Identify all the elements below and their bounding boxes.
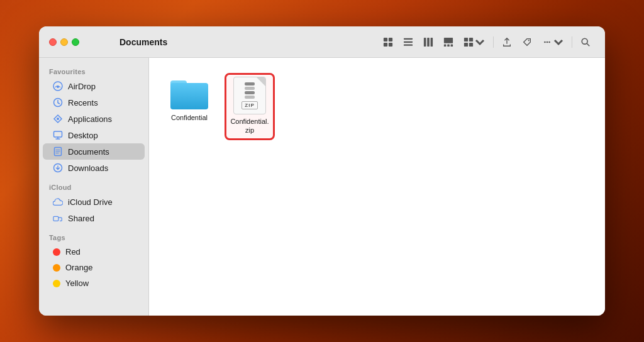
svg-rect-27 [54, 131, 62, 137]
zip-icon: ZIP [233, 77, 266, 114]
icloud-icon [53, 197, 63, 207]
svg-point-21 [548, 41, 550, 43]
sidebar-favourites: Favourites AirDrop [39, 65, 148, 176]
file-item-confidential-zip[interactable]: ZIP Confidential.zip [225, 73, 275, 140]
downloads-icon [53, 163, 63, 173]
svg-rect-2 [384, 42, 387, 46]
back-button[interactable] [92, 35, 99, 49]
svg-rect-6 [404, 44, 413, 45]
orange-tag-dot [53, 264, 60, 272]
sidebar-tags: Tags Red Orange Yellow [39, 231, 148, 291]
file-area[interactable]: Confidential ZIP Co [149, 58, 605, 316]
traffic-lights [49, 38, 79, 46]
folder-icon [170, 78, 208, 109]
toolbar-right [379, 35, 595, 50]
separator-2 [572, 36, 572, 48]
minimize-button[interactable] [60, 38, 68, 46]
zip-label: Confidential.zip [230, 117, 270, 135]
downloads-label: Downloads [68, 163, 108, 173]
svg-rect-3 [389, 42, 392, 46]
zip-stripe [245, 82, 255, 99]
documents-label: Documents [68, 147, 109, 157]
nav-buttons [92, 35, 109, 49]
tag-yellow-label: Yellow [65, 279, 89, 288]
red-tag-dot [53, 248, 60, 256]
svg-rect-7 [424, 37, 426, 46]
svg-point-19 [544, 41, 546, 43]
sidebar-item-tag-orange[interactable]: Orange [43, 260, 145, 275]
forward-button[interactable] [102, 35, 109, 49]
svg-rect-1 [389, 37, 392, 41]
yellow-tag-dot [53, 280, 60, 287]
sidebar-item-tag-yellow[interactable]: Yellow [43, 275, 145, 291]
svg-rect-4 [404, 38, 413, 39]
favourites-label: Favourites [39, 65, 148, 78]
view-list-button[interactable] [399, 35, 418, 50]
sidebar-item-downloads[interactable]: Downloads [43, 160, 145, 176]
svg-point-24 [57, 86, 59, 88]
sidebar-icloud: iCloud iCloud Drive [39, 181, 148, 226]
file-item-confidential-folder[interactable]: Confidential [164, 73, 214, 140]
svg-rect-8 [427, 37, 430, 46]
sidebar-item-applications[interactable]: Applications [43, 111, 145, 127]
applications-label: Applications [68, 114, 112, 124]
svg-rect-17 [469, 42, 473, 46]
view-more-button[interactable] [459, 35, 489, 50]
svg-rect-14 [464, 37, 468, 41]
finder-window: Documents [39, 26, 605, 316]
shared-label: Shared [68, 214, 94, 223]
search-button[interactable] [576, 35, 595, 50]
desktop-label: Desktop [68, 131, 98, 140]
svg-rect-9 [431, 37, 433, 46]
more-options-button[interactable] [538, 35, 568, 50]
separator-1 [493, 36, 494, 48]
sidebar: Favourites AirDrop [39, 58, 149, 316]
svg-rect-10 [444, 37, 453, 43]
svg-rect-30 [53, 216, 58, 221]
svg-point-26 [57, 118, 59, 120]
titlebar: Documents [39, 26, 605, 58]
window-title: Documents [119, 37, 167, 47]
desktop-icon [53, 130, 63, 140]
svg-rect-16 [464, 42, 468, 46]
tag-button[interactable] [518, 35, 536, 50]
svg-rect-15 [469, 37, 473, 41]
airdrop-icon [53, 81, 63, 91]
view-gallery-button[interactable] [439, 35, 458, 50]
maximize-button[interactable] [72, 38, 79, 46]
svg-rect-5 [404, 41, 413, 42]
sidebar-item-tag-red[interactable]: Red [43, 244, 145, 260]
shared-icon [53, 213, 63, 223]
svg-point-18 [528, 40, 530, 41]
svg-point-22 [582, 38, 587, 44]
tag-red-label: Red [65, 247, 80, 256]
airdrop-label: AirDrop [68, 82, 96, 91]
close-button[interactable] [49, 38, 57, 46]
tags-label: Tags [39, 231, 148, 244]
sidebar-item-desktop[interactable]: Desktop [43, 127, 145, 143]
sidebar-item-recents[interactable]: Recents [43, 94, 145, 111]
tag-orange-label: Orange [65, 263, 92, 272]
main-content: Favourites AirDrop [39, 58, 605, 316]
folder-label: Confidential [171, 113, 208, 122]
icloud-label: iCloud [39, 181, 148, 194]
zip-fold [257, 77, 265, 86]
svg-rect-13 [451, 44, 453, 47]
zip-icon-wrapper: ZIP [232, 78, 267, 113]
svg-rect-0 [384, 37, 387, 41]
sidebar-item-airdrop[interactable]: AirDrop [43, 78, 145, 94]
svg-point-20 [547, 41, 548, 43]
recents-label: Recents [68, 98, 98, 108]
recents-icon [53, 97, 63, 108]
zip-badge: ZIP [242, 101, 257, 109]
sidebar-item-documents[interactable]: Documents [43, 143, 145, 160]
sidebar-item-shared[interactable]: Shared [43, 210, 145, 226]
sidebar-item-icloud-drive[interactable]: iCloud Drive [43, 194, 145, 210]
view-columns-button[interactable] [419, 35, 438, 50]
documents-icon [53, 146, 63, 157]
view-grid-button[interactable] [379, 35, 397, 50]
icloud-drive-label: iCloud Drive [68, 197, 113, 207]
applications-icon [53, 114, 63, 124]
svg-rect-12 [447, 44, 450, 47]
share-button[interactable] [497, 35, 516, 50]
